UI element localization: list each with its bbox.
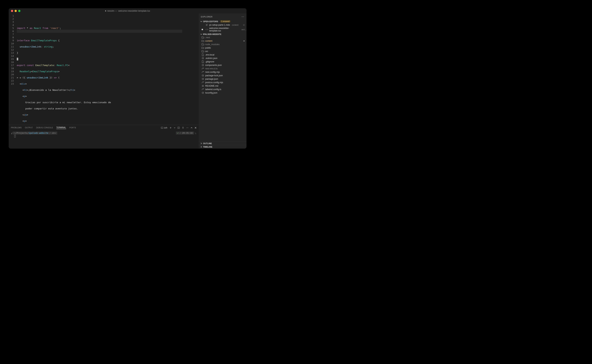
zoom-button[interactable] [18,10,20,12]
file-item[interactable]: /*next-env.d.ts [199,67,246,70]
line-number: 23 [10,82,14,85]
sidebar-more-button[interactable]: ⋯ [242,15,244,18]
file-name: welcome-newsletter-template.tsx [209,27,240,32]
line-number: 20 [10,73,14,76]
project-section[interactable]: IPALSEB-WEBSITE [199,33,246,36]
item-name: package.json [205,78,218,80]
line-number: 8 [10,36,14,39]
maximize-panel-button[interactable] [191,127,193,129]
file-item[interactable]: /*next.config.mjs [199,70,246,74]
outline-label: OUTLINE [203,142,212,144]
window-title: neovim — welcome-newsletter-template.tsx [105,10,150,12]
line-number: 7 [10,33,14,36]
file-icon [206,28,208,31]
close-panel-button[interactable] [195,127,196,129]
main-area: 1234567891011121314151617181920212223 im… [9,13,246,149]
close-button[interactable] [11,10,13,12]
file-icon [206,24,208,26]
file-dir: content [232,24,238,26]
folder-icon [202,50,204,52]
item-name: .gitignore [205,60,214,63]
file-icon: {} [202,78,204,80]
folder-icon [202,40,204,42]
item-name: components.json [205,64,222,66]
folder-item[interactable]: content [199,39,246,43]
plus-icon [169,127,172,129]
timeline-section[interactable]: TIMELINE [199,145,246,149]
editor-area: 1234567891011121314151617181920212223 im… [9,13,199,149]
split-terminal-button[interactable] [177,127,180,129]
new-terminal-button[interactable] [169,127,172,129]
file-item[interactable]: {}package-lock.json [199,74,246,77]
item-name: src [205,50,208,52]
open-editor-item[interactable]: pc-setup-parte-1.mdxcontentU [199,23,246,26]
close-icon [195,127,196,129]
folder-item[interactable]: node_modules [199,43,246,46]
line-gutter: 1234567891011121314151617181920212223 [9,13,17,125]
file-dir: src/... [242,28,246,31]
file-item[interactable]: .gitignore [199,60,246,63]
item-name: public [205,47,211,49]
terminal-dropdown[interactable] [174,127,175,129]
open-editors-section[interactable]: OPEN EDITORS 1 unsaved [199,20,246,23]
file-item[interactable]: {}components.json [199,63,246,67]
line-number: 10 [10,42,14,45]
bottom-panel: PROBLEMS OUTPUT DEBUG CONSOLE TERMINAL P… [9,125,199,149]
open-editor-item[interactable]: welcome-newsletter-template.tsxsrc/... [199,26,246,32]
trash-icon [182,127,184,129]
file-item[interactable]: {}.eslintrc.json [199,56,246,60]
line-number: 12 [10,48,14,51]
file-item[interactable]: README.md [199,84,246,88]
item-name: .eslintrc.json [205,57,217,59]
traffic-lights [11,10,20,12]
modified-dot-icon [202,29,203,30]
terminal-more-button[interactable]: ⋯ [186,126,188,129]
item-name: tailwind.config.ts [205,88,221,91]
folder-icon [202,43,204,46]
line-number: 17 [10,64,14,67]
chevron-right-icon [200,143,202,144]
window-title-file: welcome-newsletter-template.tsx [118,10,150,12]
folder-item[interactable]: src [199,50,246,53]
file-item[interactable]: /*postcss.config.mjs [199,81,246,84]
cursor [17,58,18,60]
titlebar: neovim — welcome-newsletter-template.tsx [9,8,246,13]
item-name: .env.local [205,53,214,56]
svg-rect-0 [161,127,163,129]
tab-debug-console[interactable]: DEBUG CONSOLE [36,127,53,129]
folder-item[interactable]: public [199,46,246,50]
file-item[interactable]: {}package.json [199,77,246,81]
sidebar-header: EXPLORER ⋯ [199,13,246,20]
file-name: pc-setup-parte-1.mdx [209,24,230,26]
kill-terminal-button[interactable] [182,127,184,129]
line-number: 1 [10,14,14,17]
chevron-down-icon [200,33,202,35]
file-icon: /* [202,88,204,91]
item-name: package-lock.json [205,74,223,77]
folder-item[interactable]: .next [199,36,246,39]
terminal-body[interactable]: ╭ ~/Projects/ipalseb-website / dev ✓ / [9,130,199,149]
panel-tabs: PROBLEMS OUTPUT DEBUG CONSOLE TERMINAL P… [9,125,199,130]
line-number: 22 [10,79,14,82]
minimize-button[interactable] [14,10,17,12]
outline-section[interactable]: OUTLINE [199,142,246,145]
project-label: IPALSEB-WEBSITE [203,33,222,35]
line-number: 14 [10,54,14,58]
file-item[interactable]: /*tailwind.config.ts [199,88,246,91]
item-name: next-env.d.ts [205,67,218,70]
terminal-shell-label[interactable]: zsh [161,126,167,129]
file-icon: /* [202,81,204,84]
tab-terminal[interactable]: TERMINAL [56,126,66,129]
code-content[interactable]: import * as React from 'react'; interfac… [17,13,199,125]
tab-problems[interactable]: PROBLEMS [11,127,22,129]
item-name: node_modules [205,43,220,46]
file-icon: /* [202,71,204,73]
item-name: .next [205,36,210,39]
tab-output[interactable]: OUTPUT [25,127,33,129]
split-icon [177,127,180,129]
tab-ports[interactable]: PORTS [69,127,76,129]
item-name: postcss.config.mjs [205,81,223,84]
code-editor[interactable]: 1234567891011121314151617181920212223 im… [9,13,199,125]
file-item[interactable]: {}tsconfig.json [199,91,246,94]
file-item[interactable]: .env.local [199,53,246,56]
